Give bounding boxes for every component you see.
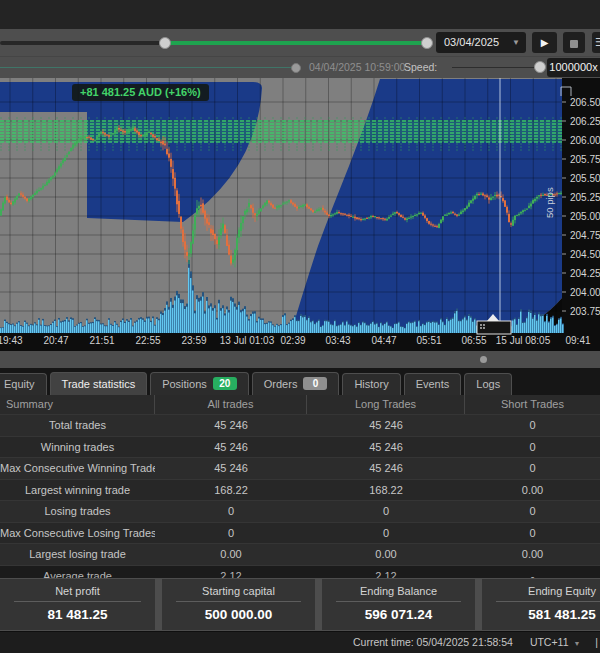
- candle-body: [22, 195, 24, 197]
- candle-body: [158, 140, 160, 141]
- volume-bar: [550, 319, 551, 333]
- candle-body: [26, 199, 28, 201]
- tab-history[interactable]: History: [342, 373, 400, 395]
- volume-bar: [420, 326, 421, 333]
- volume-bar: [92, 323, 93, 333]
- candle-body: [242, 216, 244, 223]
- row-value: 0: [465, 437, 600, 458]
- table-row[interactable]: Max Consecutive Winning Trades45 24645 2…: [0, 457, 600, 479]
- candle-body: [18, 194, 20, 196]
- price-tick-label: 205.75: [570, 154, 600, 165]
- candle-body: [62, 160, 64, 163]
- candle-body: [174, 178, 176, 189]
- candle-body: [510, 223, 512, 224]
- pending-thumb[interactable]: [291, 63, 301, 73]
- volume-bar: [436, 323, 437, 333]
- volume-bar: [196, 299, 197, 333]
- volume-bar: [548, 323, 549, 333]
- candle-body: [430, 224, 432, 225]
- volume-bar: [368, 326, 369, 333]
- candle-body: [504, 200, 506, 206]
- candle-body: [434, 226, 436, 227]
- volume-bar: [522, 323, 523, 333]
- candle-body: [76, 141, 78, 144]
- timeline-position-thumb[interactable]: [421, 37, 433, 49]
- table-row[interactable]: Largest losing trade0.000.000.00: [0, 543, 600, 565]
- candle-body: [258, 211, 260, 214]
- volume-bar: [290, 321, 291, 333]
- candle-body: [214, 234, 216, 239]
- price-chart-canvas[interactable]: 206.50206.25206.00205.75205.50205.25205.…: [0, 78, 600, 351]
- volume-bar: [410, 323, 411, 333]
- speed-slider-thumb[interactable]: [534, 61, 546, 73]
- journal-button[interactable]: ☰: [592, 32, 600, 53]
- candle-body: [280, 205, 282, 206]
- volume-bar: [418, 321, 419, 333]
- status-inner: Current time: 05/04/2025 21:58:54 UTC+11…: [353, 636, 600, 648]
- speed-bar: 04/04/2025 10:59:00 Speed: 1000000x: [0, 56, 600, 79]
- volume-bar: [406, 324, 407, 333]
- timeline-start-thumb[interactable]: [159, 37, 171, 49]
- tab-equity[interactable]: Equity: [0, 373, 47, 395]
- volume-bar: [514, 319, 515, 333]
- date-select[interactable]: 03/04/2025 ▼: [436, 32, 526, 53]
- candle-body: [390, 216, 392, 217]
- candle-body: [132, 128, 134, 130]
- table-row[interactable]: Max Consecutive Losing Trades000: [0, 522, 600, 544]
- volume-bar: [100, 324, 101, 333]
- tab-logs[interactable]: Logs: [464, 373, 512, 395]
- candle-body: [14, 199, 16, 203]
- volume-bar: [460, 321, 461, 333]
- volume-bar: [114, 322, 115, 333]
- candle-body: [68, 152, 70, 154]
- volume-bar: [280, 325, 281, 333]
- panel-splitter[interactable]: [0, 351, 600, 368]
- volume-bar: [464, 317, 465, 333]
- table-row[interactable]: Largest winning trade168.22168.220.00: [0, 479, 600, 501]
- tab-trade-statistics[interactable]: Trade statistics: [50, 372, 148, 395]
- volume-bar: [50, 325, 51, 333]
- candle-body: [428, 221, 430, 224]
- tabs-container: EquityTrade statisticsPositions20Orders0…: [0, 372, 512, 395]
- timeline-track[interactable]: [0, 41, 427, 45]
- card-value: 596 071.24: [322, 602, 475, 622]
- tab-events[interactable]: Events: [404, 373, 462, 395]
- volume-bar: [40, 326, 41, 333]
- candle-body: [136, 130, 138, 132]
- candle-body: [240, 223, 242, 231]
- candle-body: [268, 201, 270, 202]
- candle-body: [148, 132, 150, 133]
- tab-positions[interactable]: Positions20: [150, 372, 249, 395]
- candle-body: [12, 201, 14, 204]
- time-tick-label: 06:55: [461, 335, 486, 346]
- speed-slider-track[interactable]: [452, 67, 540, 68]
- chart-scrollbar-thumb[interactable]: [477, 321, 511, 334]
- volume-bar: [136, 322, 137, 333]
- timezone-select[interactable]: UTC+11: [530, 636, 569, 648]
- stop-button[interactable]: [563, 32, 585, 53]
- candle-body: [262, 206, 264, 209]
- play-button[interactable]: ▶: [532, 32, 557, 53]
- candle-body: [458, 214, 460, 215]
- candle-body: [356, 217, 358, 219]
- column-header: All trades: [155, 395, 307, 414]
- stop-icon: [570, 40, 578, 48]
- table-row[interactable]: Total trades45 24645 2460: [0, 414, 600, 436]
- volume-bar: [184, 309, 185, 333]
- candle-body: [162, 141, 164, 145]
- volume-bar: [0, 328, 1, 333]
- candle-body: [480, 194, 482, 195]
- tab-orders[interactable]: Orders0: [252, 372, 340, 395]
- volume-bar: [474, 320, 475, 333]
- row-value: 0.00: [465, 544, 600, 565]
- table-row[interactable]: Winning trades45 24645 2460: [0, 436, 600, 458]
- volume-bar: [444, 325, 445, 333]
- volume-bar: [218, 303, 219, 333]
- candle-body: [478, 194, 480, 195]
- card-value: 500 000.00: [162, 602, 315, 622]
- volume-bar: [214, 308, 215, 333]
- row-value: 0: [155, 501, 307, 522]
- candle-body: [150, 133, 152, 134]
- table-row[interactable]: Losing trades000: [0, 500, 600, 522]
- row-label: Max Consecutive Losing Trades: [0, 523, 155, 544]
